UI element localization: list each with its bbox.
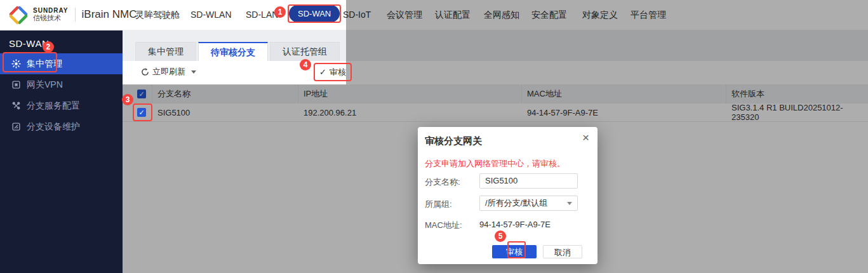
field-label-mac: MAC地址: xyxy=(425,220,462,231)
topnav-item-sd-wan[interactable]: SD-WAN 1 xyxy=(289,5,340,22)
approve-confirm-button[interactable]: 审核 5 xyxy=(492,245,537,258)
company-name: SUNDRAY xyxy=(33,7,69,14)
field-label-group: 所属组: xyxy=(425,199,452,210)
tab-pending-branches[interactable]: 待审核分支 xyxy=(198,42,268,61)
sidebar-item-branch-service-config[interactable]: 分支服务配置 xyxy=(0,95,123,116)
sidebar-item-central-management[interactable]: 集中管理 xyxy=(0,53,123,74)
close-icon[interactable]: × xyxy=(582,131,589,143)
annotation-badge-4: 4 xyxy=(300,59,311,70)
refresh-button[interactable]: 立即刷新 xyxy=(141,66,196,77)
company-name-cn: 信锐技术 xyxy=(33,14,69,22)
topnav-item-cockpit[interactable]: 灵眸驾驶舱 xyxy=(135,10,180,21)
topnav-item-sd-lan[interactable]: SD-LAN xyxy=(246,10,278,20)
check-icon: ✓ xyxy=(319,67,326,77)
row-checkbox-cell: ✓ 3 xyxy=(123,103,152,121)
branch-name-input[interactable]: SIG5100 xyxy=(479,173,578,189)
modal-title: 审核分支网关 xyxy=(425,135,482,147)
approve-toolbar-button[interactable]: ✓ 审核 4 xyxy=(315,64,351,80)
annotation-badge-5: 5 xyxy=(495,230,506,242)
topnav-item-sd-wlan[interactable]: SD-WLAN xyxy=(190,10,232,20)
approve-label: 审核 xyxy=(330,67,346,78)
sundray-logo-icon xyxy=(8,4,29,25)
field-label-branch-name: 分支名称: xyxy=(425,176,460,188)
sidebar-item-label: 集中管理 xyxy=(27,58,62,70)
tab-auth-hosting-group[interactable]: 认证托管组 xyxy=(270,42,340,61)
sidebar: SD-WAN 2 集中管理 网关VPN xyxy=(0,30,123,273)
sidebar-item-gateway-vpn[interactable]: 网关VPN xyxy=(0,74,123,95)
device-maintenance-icon xyxy=(11,122,21,131)
gear-icon xyxy=(11,59,21,69)
sidebar-item-label: 分支设备维护 xyxy=(27,121,80,133)
product-name: iBrain NMC xyxy=(82,8,137,21)
brand-logo: SUNDRAY 信锐技术 iBrain NMC xyxy=(8,4,137,25)
refresh-icon xyxy=(141,68,149,76)
tab-central-management[interactable]: 集中管理 xyxy=(135,42,196,61)
sidebar-item-label: 分支服务配置 xyxy=(27,100,80,112)
branch-service-icon xyxy=(11,101,21,110)
caret-down-icon xyxy=(191,70,196,74)
sidebar-title: SD-WAN 2 xyxy=(0,30,123,53)
refresh-label: 立即刷新 xyxy=(152,66,185,77)
select-caret-down-icon xyxy=(567,202,572,205)
sidebar-item-label: 网关VPN xyxy=(27,79,63,91)
group-select[interactable]: /所有分支/默认组 xyxy=(479,196,578,211)
logo-divider xyxy=(75,8,76,22)
sidebar-item-branch-device-maintenance[interactable]: 分支设备维护 xyxy=(0,116,123,137)
row-checkbox[interactable]: ✓ xyxy=(137,108,146,117)
cancel-button[interactable]: 取消 xyxy=(543,245,582,258)
gateway-icon xyxy=(11,80,21,90)
modal-message: 分支申请加入网络管理中心，请审核。 xyxy=(425,158,565,170)
modal-dim-overlay-table xyxy=(123,84,346,273)
approve-branch-modal: 审核分支网关 × 分支申请加入网络管理中心，请审核。 分支名称: SIG5100… xyxy=(418,127,598,264)
mac-value: 94-14-57-9F-A9-7E xyxy=(479,220,551,229)
modal-actions: 审核 5 取消 xyxy=(492,245,582,258)
